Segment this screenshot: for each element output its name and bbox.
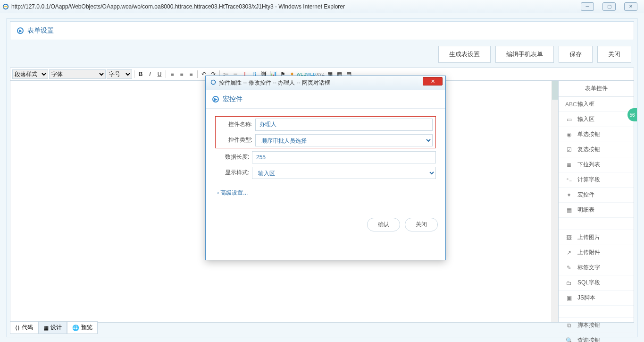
widget-icon: ✎	[565, 265, 573, 271]
widget-icon: 🖼	[565, 234, 573, 241]
widget-icon: 🔍	[565, 337, 573, 342]
widget-item[interactable]: ✦宏控件	[559, 188, 634, 203]
control-type-label: 控件类型:	[218, 132, 255, 148]
edit-mobile-form-button[interactable]: 编辑手机表单	[495, 46, 554, 63]
widget-label: 计算字段	[577, 176, 600, 184]
widget-icon: ☑	[565, 146, 573, 153]
dialog-cancel-button[interactable]: 关闭	[405, 218, 438, 231]
vertical-scrollbar[interactable]	[552, 81, 558, 322]
font-select[interactable]: 字体	[49, 69, 106, 79]
widget-label: 下拉列表	[577, 161, 600, 169]
dialog-subtitle: 宏控件	[223, 95, 243, 103]
widget-label: 明细表	[577, 206, 594, 214]
control-name-label: 控件名称:	[218, 117, 255, 132]
widget-label: 输入框	[577, 100, 594, 108]
minimize-button[interactable]: ─	[581, 2, 594, 11]
widget-item[interactable]: ▣JS脚本	[559, 291, 634, 306]
maximize-button[interactable]: ▢	[602, 2, 616, 11]
widget-icon: ≣	[565, 162, 573, 168]
design-icon: ▦	[43, 325, 49, 331]
data-length-label: 数据长度:	[215, 149, 252, 165]
widget-icon: ▦	[565, 207, 573, 214]
widget-item[interactable]: ⁺₋计算字段	[559, 172, 634, 188]
widget-label: JS脚本	[577, 294, 595, 302]
widget-label: 宏控件	[577, 191, 594, 199]
font-size-select[interactable]: 字号	[107, 69, 132, 79]
italic-icon[interactable]: I	[146, 70, 154, 78]
widget-item[interactable]: ⧉脚本按钮	[559, 318, 634, 333]
address-bar: http://127.0.0.1/OAapp/WebObjects/OAapp.…	[11, 3, 581, 10]
arrow-right-icon: ▶	[212, 96, 219, 103]
underline-icon[interactable]: U	[155, 70, 164, 78]
widget-label: 上传图片	[577, 233, 600, 241]
widget-icon: ▭	[565, 116, 573, 123]
widget-label: 标签文字	[577, 264, 600, 272]
bold-icon[interactable]: B	[136, 70, 145, 78]
page-header: ▶ 表单设置	[10, 21, 634, 40]
widget-label: 单选按钮	[577, 130, 600, 138]
save-button[interactable]: 保存	[559, 46, 593, 63]
widget-icon: ▣	[565, 295, 573, 301]
widget-item[interactable]: 🖼上传图片	[559, 230, 634, 245]
control-type-select[interactable]: 顺序审批人员选择	[255, 134, 433, 146]
align-left-icon[interactable]: ≡	[168, 70, 176, 78]
dialog-close-button[interactable]: ✕	[423, 77, 443, 86]
widget-item[interactable]: ▦明细表	[559, 203, 634, 218]
dialog-ok-button[interactable]: 确认	[367, 218, 400, 231]
widget-item[interactable]: ↗上传附件	[559, 245, 634, 260]
widget-label: 复选按钮	[577, 145, 600, 154]
align-center-icon[interactable]: ≡	[177, 70, 186, 78]
widget-item[interactable]: ◉单选按钮	[559, 127, 634, 142]
widget-panel-title: 表单控件	[559, 81, 634, 97]
widget-icon: ◉	[565, 131, 573, 138]
data-length-input[interactable]	[252, 151, 436, 163]
widget-label: SQL字段	[577, 279, 600, 287]
dialog-title-text: 控件属性 -- 修改控件 -- 办理人 -- 网页对话框	[219, 79, 330, 87]
display-style-select[interactable]: 输入区	[252, 167, 436, 179]
display-style-label: 显示样式:	[215, 165, 252, 180]
widget-item[interactable]: 🗀SQL字段	[559, 275, 634, 291]
widget-icon: ✦	[565, 192, 573, 198]
widget-icon: ABC	[565, 101, 573, 108]
align-right-icon[interactable]: ≡	[187, 70, 195, 78]
arrow-right-icon: ▶	[17, 27, 24, 34]
window-close-button[interactable]: ✕	[624, 2, 637, 11]
tab-code[interactable]: ⟨⟩代码	[10, 321, 38, 334]
widget-item[interactable]: ✎标签文字	[559, 260, 634, 275]
paragraph-style-select[interactable]: 段落样式	[12, 69, 48, 79]
close-button[interactable]: 关闭	[597, 46, 631, 63]
generate-table-button[interactable]: 生成表设置	[438, 46, 491, 63]
svg-point-1	[211, 80, 216, 85]
page-title: 表单设置	[27, 26, 54, 35]
tab-preview[interactable]: 🌐预览	[67, 321, 98, 334]
control-name-input[interactable]	[255, 119, 433, 131]
widget-item[interactable]: ABC输入框	[559, 97, 634, 112]
widget-icon: ⁺₋	[565, 177, 573, 183]
widget-icon: ↗	[565, 249, 573, 256]
widget-icon: 🗀	[565, 280, 573, 286]
code-icon: ⟨⟩	[15, 325, 20, 331]
widget-item[interactable]: ≣下拉列表	[559, 157, 634, 172]
side-badge[interactable]: 56	[627, 108, 637, 121]
widget-label: 上传附件	[577, 248, 600, 256]
tab-design[interactable]: ▦设计	[38, 321, 67, 334]
advanced-settings-link[interactable]: › 高级设置...	[215, 180, 436, 205]
widget-label: 输入区	[577, 115, 594, 123]
control-properties-dialog: 控件属性 -- 修改控件 -- 办理人 -- 网页对话框 ✕ ▶ 宏控件 控件名…	[205, 76, 446, 260]
widget-label: 查询按钮	[577, 336, 600, 342]
widget-item[interactable]: 🔍查询按钮	[559, 333, 634, 342]
ie-icon	[2, 3, 9, 10]
widget-item[interactable]: ☑复选按钮	[559, 142, 634, 157]
browser-title-bar: http://127.0.0.1/OAapp/WebObjects/OAapp.…	[0, 0, 644, 13]
ie-icon	[210, 79, 216, 86]
widget-label: 脚本按钮	[577, 321, 600, 329]
widget-panel: 表单控件 ABC输入框▭输入区◉单选按钮☑复选按钮≣下拉列表⁺₋计算字段✦宏控件…	[559, 81, 634, 323]
widget-item[interactable]: ▭输入区	[559, 112, 634, 127]
globe-icon: 🌐	[72, 325, 79, 331]
widget-icon: ⧉	[565, 322, 573, 329]
